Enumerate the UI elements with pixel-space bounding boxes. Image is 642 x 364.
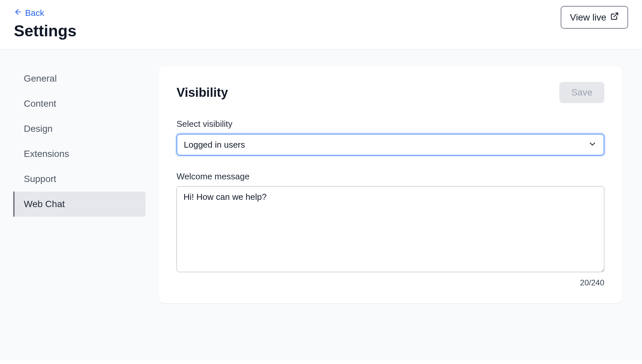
content-area: General Content Design Extensions Suppor… [0,50,642,361]
welcome-field-group: Welcome message Hi! How can we help? 20/… [177,171,604,287]
sidebar-item-support[interactable]: Support [13,166,145,192]
external-link-icon [610,12,619,23]
sidebar-item-label: Web Chat [24,199,65,209]
page-title: Settings [14,22,76,40]
welcome-textarea[interactable]: Hi! How can we help? [177,186,604,272]
sidebar-item-web-chat[interactable]: Web Chat [13,192,145,217]
card-header: Visibility Save [177,82,604,103]
char-counter: 20/240 [177,278,604,287]
sidebar-item-label: Content [24,98,56,109]
sidebar-item-label: Support [24,174,56,184]
settings-sidebar: General Content Design Extensions Suppor… [0,66,159,361]
visibility-select[interactable]: Logged in users [177,134,604,156]
main-panel: Visibility Save Select visibility Logged… [159,66,642,361]
sidebar-item-label: Extensions [24,149,69,159]
view-live-button[interactable]: View live [561,6,628,29]
sidebar-item-extensions[interactable]: Extensions [13,141,145,166]
svg-line-1 [614,13,618,17]
card-title: Visibility [177,86,228,100]
sidebar-item-label: Design [24,124,53,134]
visibility-select-wrapper: Logged in users [177,134,604,156]
page-header: Back Settings View live [0,0,642,50]
visibility-label: Select visibility [177,119,604,129]
back-label: Back [25,8,44,18]
save-button[interactable]: Save [559,82,604,103]
sidebar-item-design[interactable]: Design [13,116,145,141]
sidebar-item-general[interactable]: General [13,66,145,91]
view-live-label: View live [570,12,606,23]
back-link[interactable]: Back [14,8,44,18]
visibility-card: Visibility Save Select visibility Logged… [159,66,622,303]
sidebar-item-label: General [24,73,57,84]
header-left: Back Settings [14,8,76,40]
sidebar-item-content[interactable]: Content [13,91,145,116]
welcome-label: Welcome message [177,171,604,182]
arrow-left-icon [14,8,22,18]
visibility-field-group: Select visibility Logged in users [177,119,604,156]
